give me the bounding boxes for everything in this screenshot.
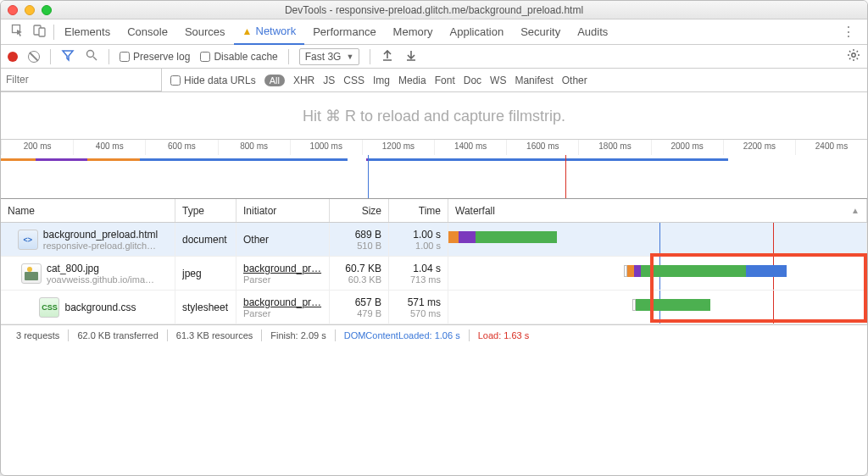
clear-button[interactable] — [28, 51, 40, 63]
col-header-initiator[interactable]: Initiator — [236, 199, 330, 222]
throttling-select[interactable]: Fast 3G ▼ — [299, 48, 360, 65]
request-latency: 570 ms — [410, 308, 441, 318]
filter-type-other[interactable]: Other — [562, 75, 587, 86]
timeline-tick: 200 ms — [1, 140, 73, 155]
annotation-highlight — [650, 253, 867, 323]
divider — [50, 49, 51, 64]
throttling-value: Fast 3G — [305, 51, 342, 63]
warning-icon: ▲ — [242, 25, 253, 37]
tab-label: Network — [256, 25, 297, 37]
export-har-icon[interactable] — [381, 48, 394, 64]
tab-label: Elements — [64, 25, 110, 38]
tab-label: Security — [520, 25, 560, 38]
waterfall-bar — [448, 231, 557, 243]
filmstrip-hint: Hit ⌘ R to reload and capture filmstrip. — [303, 107, 565, 125]
timeline-tick: 2200 ms — [723, 140, 795, 155]
request-initiator[interactable]: background_pr… — [243, 296, 322, 308]
tab-security[interactable]: Security — [512, 19, 569, 45]
filter-type-js[interactable]: JS — [323, 75, 335, 86]
disable-cache-checkbox[interactable]: Disable cache — [200, 51, 277, 63]
filter-type-doc[interactable]: Doc — [464, 75, 481, 86]
filmstrip-area: Hit ⌘ R to reload and capture filmstrip. — [1, 92, 867, 140]
request-size-decoded: 60.3 KB — [348, 274, 381, 285]
svg-point-3 — [87, 51, 94, 58]
timeline-tick: 2400 ms — [795, 140, 867, 155]
sort-indicator-icon: ▲ — [851, 206, 860, 215]
dcl-marker — [368, 155, 369, 198]
settings-icon[interactable] — [847, 48, 860, 64]
col-header-time[interactable]: Time — [389, 199, 448, 222]
status-bar: 3 requests 62.0 KB transferred 61.3 KB r… — [1, 324, 867, 345]
status-requests: 3 requests — [8, 330, 68, 340]
record-button[interactable] — [8, 52, 18, 62]
tab-network[interactable]: ▲Network — [234, 19, 305, 45]
overview-timeline[interactable]: 200 ms400 ms600 ms800 ms1000 ms1200 ms14… — [1, 140, 867, 199]
file-icon: CSS — [39, 297, 59, 318]
timeline-tick: 1000 ms — [290, 140, 362, 155]
inspect-element-icon[interactable] — [11, 24, 25, 41]
col-header-size[interactable]: Size — [330, 199, 389, 222]
disable-cache-label: Disable cache — [214, 51, 277, 63]
search-icon[interactable] — [85, 48, 98, 64]
filter-toggle-icon[interactable] — [61, 48, 75, 64]
filter-bar: Hide data URLs AllXHRJSCSSImgMediaFontDo… — [1, 69, 867, 92]
timeline-tick: 1800 ms — [578, 140, 650, 155]
file-icon: <> — [18, 230, 38, 250]
tab-memory[interactable]: Memory — [385, 19, 442, 45]
more-options-icon[interactable]: ⋮ — [835, 24, 862, 40]
filter-type-css[interactable]: CSS — [343, 75, 364, 86]
filter-input[interactable] — [1, 69, 162, 91]
tab-elements[interactable]: Elements — [56, 19, 119, 45]
request-domain: responsive-preload.glitch… — [43, 241, 158, 251]
col-header-waterfall[interactable]: Waterfall▲ — [448, 199, 867, 222]
preserve-log-checkbox[interactable]: Preserve log — [120, 51, 190, 63]
request-type: document — [182, 234, 229, 246]
request-domain: yoavweiss.github.io/ima… — [47, 274, 154, 285]
tab-label: Audits — [577, 25, 608, 38]
request-initiator: Other — [243, 234, 322, 246]
timeline-tick: 1400 ms — [434, 140, 506, 155]
divider — [108, 49, 109, 64]
devtools-window: DevTools - responsive-preload.glitch.me/… — [0, 0, 868, 476]
tab-application[interactable]: Application — [442, 19, 513, 45]
col-header-name[interactable]: Name — [1, 199, 175, 222]
network-toolbar: Preserve log Disable cache Fast 3G ▼ — [1, 45, 867, 69]
table-header: Name Type Initiator Size Time Waterfall▲ — [1, 199, 867, 223]
request-size-decoded: 510 B — [357, 241, 381, 251]
status-dcl: DOMContentLoaded: 1.06 s — [336, 330, 469, 340]
filter-type-all[interactable]: All — [264, 75, 285, 86]
col-header-type[interactable]: Type — [175, 199, 236, 222]
request-size: 657 B — [355, 296, 381, 308]
import-har-icon[interactable] — [404, 48, 418, 64]
timeline-tick: 400 ms — [73, 140, 145, 155]
device-mode-icon[interactable] — [33, 24, 47, 41]
tab-label: Memory — [393, 25, 433, 38]
request-initiator[interactable]: background_pr… — [243, 263, 322, 274]
initiator-type: Parser — [243, 308, 322, 318]
request-type: stylesheet — [182, 302, 229, 313]
request-latency: 713 ms — [410, 274, 441, 285]
divider — [370, 49, 370, 64]
waterfall-cell[interactable] — [448, 223, 867, 256]
filter-type-font[interactable]: Font — [435, 75, 455, 86]
filter-type-img[interactable]: Img — [373, 75, 390, 86]
timeline-tick: 2000 ms — [651, 140, 723, 155]
hide-data-urls-checkbox[interactable]: Hide data URLs — [170, 75, 256, 86]
filter-type-ws[interactable]: WS — [490, 75, 506, 86]
status-finish: Finish: 2.09 s — [262, 330, 334, 340]
filter-type-manifest[interactable]: Manifest — [515, 75, 553, 86]
filter-type-media[interactable]: Media — [398, 75, 426, 86]
tab-console[interactable]: Console — [119, 19, 176, 45]
status-resources: 61.3 KB resources — [168, 330, 262, 340]
filter-type-xhr[interactable]: XHR — [293, 75, 314, 86]
tab-audits[interactable]: Audits — [569, 19, 616, 45]
timeline-tick: 800 ms — [218, 140, 290, 155]
tab-performance[interactable]: Performance — [304, 19, 384, 45]
table-row[interactable]: <>background_preload.htmlresponsive-prel… — [1, 223, 867, 257]
request-size: 689 B — [355, 229, 381, 241]
divider — [53, 25, 54, 40]
tab-sources[interactable]: Sources — [176, 19, 234, 45]
request-time: 1.00 s — [413, 229, 441, 241]
preserve-log-label: Preserve log — [133, 51, 190, 63]
request-name: background_preload.html — [43, 229, 158, 241]
